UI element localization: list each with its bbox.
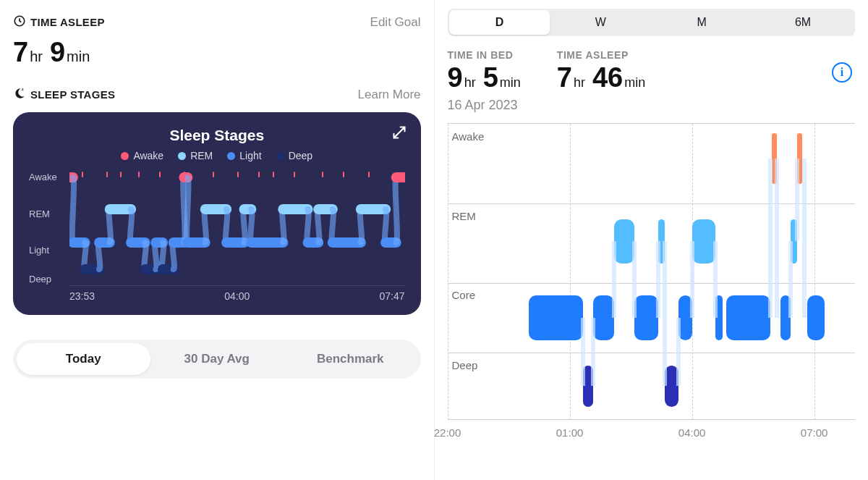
- time-asleep-label-right: TIME ASLEEP: [557, 49, 652, 61]
- view-segmented-control: Today 30 Day Avg Benchmark: [13, 340, 421, 379]
- xlabel: 22:00: [434, 426, 461, 439]
- rowlabel-rem: REM: [452, 210, 476, 222]
- time-in-bed-label: TIME IN BED: [448, 49, 528, 61]
- clock-icon: [13, 14, 26, 30]
- legend-light: Light: [239, 150, 261, 161]
- xlabel: 23:53: [69, 290, 95, 302]
- range-m[interactable]: M: [651, 10, 752, 35]
- range-d[interactable]: D: [449, 10, 550, 35]
- xlabel: 04:00: [224, 290, 250, 302]
- ylabel-rem: REM: [29, 208, 50, 219]
- legend-deep: Deep: [289, 150, 312, 161]
- seg-30day[interactable]: 30 Day Avg: [150, 343, 284, 375]
- sleep-stages-heading: z SLEEP STAGES: [13, 87, 115, 102]
- svg-text:z: z: [22, 87, 24, 91]
- learn-more-button[interactable]: Learn More: [358, 88, 421, 102]
- app-panel-left: TIME ASLEEP Edit Goal 7hr9min z SLEEP ST…: [0, 0, 435, 480]
- ylabel-awake: Awake: [29, 172, 57, 182]
- legend: Awake REM Light Deep: [29, 150, 405, 161]
- rowlabel-core: Core: [452, 289, 476, 301]
- xlabel: 07:47: [379, 290, 404, 302]
- xlabel: 04:00: [678, 426, 706, 439]
- time-in-bed-stat: TIME IN BED 9hr5min: [448, 49, 528, 93]
- range-w[interactable]: W: [550, 10, 651, 35]
- card-title: Sleep Stages: [29, 127, 405, 144]
- seg-today[interactable]: Today: [17, 343, 150, 375]
- legend-awake: Awake: [133, 150, 163, 161]
- app-panel-right: D W M 6M TIME IN BED 9hr5min TIME ASLEEP…: [435, 0, 869, 480]
- time-asleep-stat: TIME ASLEEP 7hr46min: [557, 49, 652, 93]
- time-asleep-value: 7hr9min: [13, 37, 421, 68]
- ylabel-deep: Deep: [29, 273, 51, 284]
- xlabel: 07:00: [801, 426, 828, 439]
- legend-rem: REM: [190, 150, 213, 161]
- rowlabel-deep: Deep: [452, 359, 478, 371]
- range-segmented-control: D W M 6M: [448, 9, 856, 36]
- expand-icon[interactable]: [392, 125, 407, 143]
- rowlabel-awake: Awake: [452, 130, 485, 143]
- moon-icon: z: [13, 87, 26, 102]
- sleep-stages-card[interactable]: Sleep Stages Awake REM Light Deep Awake …: [13, 112, 421, 315]
- sleep-stages-chart: Awake REM Light Deep 23:53 04:00 07:47: [29, 172, 405, 302]
- sleep-stages-label: SLEEP STAGES: [30, 88, 115, 101]
- seg-benchmark[interactable]: Benchmark: [284, 343, 417, 375]
- sleep-day-chart: Awake REM Core Deep 22:0001:0004:0007:00: [448, 123, 856, 442]
- time-asleep-label: TIME ASLEEP: [30, 16, 105, 28]
- asleep-minutes: 9: [50, 37, 65, 67]
- time-asleep-heading: TIME ASLEEP: [13, 14, 105, 30]
- ylabel-light: Light: [29, 245, 49, 256]
- range-6m[interactable]: 6M: [752, 10, 854, 35]
- asleep-hours: 7: [13, 37, 28, 67]
- date-label: 16 Apr 2023: [448, 98, 856, 113]
- info-icon[interactable]: i: [832, 62, 852, 83]
- xlabel: 01:00: [556, 426, 584, 439]
- edit-goal-button[interactable]: Edit Goal: [370, 15, 421, 30]
